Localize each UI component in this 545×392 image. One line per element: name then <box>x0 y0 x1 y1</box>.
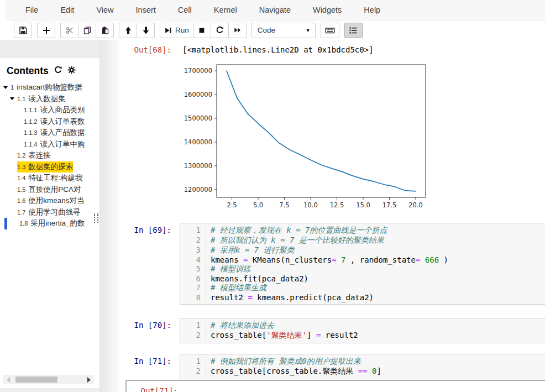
code-editor-69[interactable]: 1# 经过观察，发现在 k = 7的位置曲线是一个折点2# 所以我们认为 k =… <box>180 223 545 305</box>
menu-kernel[interactable]: Kernel <box>203 0 248 20</box>
toc-item-text: 1.2表连接 <box>17 150 51 161</box>
toc-item-number: 1.1.3 <box>24 129 37 136</box>
toc-item-1.7[interactable]: 1.7使用学习曲线寻 <box>0 207 99 218</box>
line-number: 5 <box>180 264 206 274</box>
selected-output-cell-71[interactable]: Out[71]: <box>125 380 545 392</box>
toc-item-number: 1.3 <box>17 164 25 170</box>
add-cell-button[interactable] <box>37 23 55 38</box>
code-line: 6kmeans.fit(pca_data2) <box>180 274 545 283</box>
toc-item-1.2[interactable]: 1.2表连接 <box>0 150 99 161</box>
scroll-left-arrow-icon[interactable] <box>7 377 10 383</box>
code-line: 1# 将结果添加进去 <box>180 321 545 331</box>
toc-horizontal-scrollbar[interactable] <box>3 375 94 384</box>
toc-item-label: 读入订单中购 <box>40 139 85 149</box>
toc-drag-handle[interactable] <box>94 213 98 223</box>
menu-edit[interactable]: Edit <box>49 0 85 20</box>
toc-item-1.5[interactable]: 1.5直接使用PCA对 <box>0 184 99 196</box>
toc-item-1.3[interactable]: 1.3数据集的探索 <box>0 161 99 173</box>
toc-item-text: 1.1.2读入订单表数 <box>24 116 85 128</box>
in-prompt-70: In [70]: <box>119 318 180 330</box>
svg-text:10.0: 10.0 <box>303 201 318 209</box>
toc-collapse-arrow-icon[interactable] <box>10 97 14 100</box>
code-text: # 将结果添加进去 <box>206 321 274 331</box>
notebook-area: Out[68]: [<matplotlib.lines.Line2D at 0x… <box>119 40 545 392</box>
in-prompt-71: In [71]: <box>119 354 180 365</box>
code-text: # 例如我们将所有 聚类成0的用户提取出来 <box>206 357 361 367</box>
stop-icon <box>198 27 206 34</box>
interrupt-kernel-button[interactable] <box>193 23 211 38</box>
toc-collapse-arrow-icon[interactable] <box>3 86 8 89</box>
move-cell-up-button[interactable] <box>119 23 137 38</box>
elbow-line-chart: 2.55.07.510.012.515.017.520.012000001300… <box>184 61 432 210</box>
toc-item-1.1[interactable]: 1.1读入数据集 <box>0 93 99 105</box>
run-button[interactable]: Run <box>160 23 193 38</box>
sidebar: Contents 1instacart购物篮数据1.1读入数据集1.1.1读入商… <box>0 40 119 392</box>
toc-item-1.8[interactable]: 1.8采用inertia_的数 <box>0 218 99 229</box>
svg-text:15.0: 15.0 <box>356 201 370 209</box>
svg-text:1300000: 1300000 <box>184 162 212 170</box>
copy-cell-button[interactable] <box>78 23 96 38</box>
toc-item-text: 1.5直接使用PCA对 <box>17 184 81 196</box>
toc-item-number: 1 <box>11 84 14 91</box>
toc-item-1[interactable]: 1instacart购物篮数据 <box>0 82 99 93</box>
code-line: 8result2 = kmeans.predict(pca_data2) <box>180 293 545 302</box>
scroll-right-arrow-icon[interactable] <box>87 377 91 383</box>
menu-help[interactable]: Help <box>353 0 391 20</box>
scrollbar-thumb[interactable] <box>15 377 57 383</box>
code-line: 5# 模型训练 <box>180 264 545 274</box>
cut-cell-button[interactable] <box>60 23 78 38</box>
toc-item-1.4[interactable]: 1.4特征工程:构建我 <box>0 173 99 184</box>
move-up-icon <box>124 26 133 35</box>
run-icon <box>164 27 172 34</box>
svg-text:2.5: 2.5 <box>227 201 237 209</box>
line-number: 1 <box>180 321 206 331</box>
code-line: 4kmeans = KMeans(n_clusters= 7 , random_… <box>180 255 545 264</box>
code-editor-70[interactable]: 1# 将结果添加进去2cross_table['聚类结果'] = result2 <box>180 318 545 343</box>
code-line: 1# 例如我们将所有 聚类成0的用户提取出来 <box>180 357 545 367</box>
toc-item-text: 1.3数据集的探索 <box>17 161 73 173</box>
cell-type-select[interactable]: Code ▼ <box>251 23 316 38</box>
code-cell-71: In [71]: 1# 例如我们将所有 聚类成0的用户提取出来2cross_ta… <box>119 354 545 379</box>
svg-text:12.5: 12.5 <box>330 201 344 209</box>
menu-insert[interactable]: Insert <box>125 0 167 20</box>
menu-navigate[interactable]: Navigate <box>248 0 302 20</box>
toc-item-text: 1.8采用inertia_的数 <box>19 218 85 229</box>
menu-cell[interactable]: Cell <box>167 0 203 20</box>
toc-settings-gear-icon[interactable] <box>67 65 76 77</box>
toc-toggle-button[interactable] <box>344 23 363 38</box>
menu-file[interactable]: File <box>14 0 49 20</box>
toc-item-text: 1.6使用kmeans对当 <box>17 195 85 207</box>
toc-item-1.1.4[interactable]: 1.1.4读入订单中购 <box>0 139 99 150</box>
restart-kernel-button[interactable] <box>211 23 229 38</box>
move-cell-down-button[interactable] <box>137 23 155 38</box>
code-text: # 所以我们认为 k = 7 是一个比较好的聚类结果 <box>206 236 384 245</box>
keyboard-icon <box>325 26 335 35</box>
code-text: cross_table[cross_table.聚类结果 == 0] <box>206 367 381 377</box>
toc-item-label: 采用inertia_的数 <box>30 218 85 228</box>
code-editor-71[interactable]: 1# 例如我们将所有 聚类成0的用户提取出来2cross_table[cross… <box>180 354 545 379</box>
toc-item-text: 1.1.1读入商品类别 <box>24 104 85 116</box>
save-button[interactable] <box>14 23 32 38</box>
code-cell-70: In [70]: 1# 将结果添加进去2cross_table['聚类结果'] … <box>119 318 545 343</box>
toc-item-number: 1.4 <box>17 175 25 181</box>
toc-item-1.1.1[interactable]: 1.1.1读入商品类别 <box>0 104 99 116</box>
toc-item-1.6[interactable]: 1.6使用kmeans对当 <box>0 195 99 207</box>
svg-text:1600000: 1600000 <box>184 91 212 98</box>
toc-item-text: 1instacart购物篮数据 <box>11 82 82 93</box>
toc-item-1.1.3[interactable]: 1.1.3读入产品数据 <box>0 127 99 139</box>
command-palette-button[interactable] <box>321 23 339 38</box>
toc-refresh-icon[interactable] <box>54 65 62 77</box>
toc-item-number: 1.6 <box>17 197 25 204</box>
toc-item-1.1.2[interactable]: 1.1.2读入订单表数 <box>0 116 99 128</box>
sidebar-resize-gutter[interactable] <box>99 40 119 392</box>
menu-widgets[interactable]: Widgets <box>302 0 353 20</box>
code-text: # 模型训练 <box>206 264 251 274</box>
out-prompt-71: Out[71]: <box>127 381 186 392</box>
paste-cell-button[interactable] <box>96 23 114 38</box>
menu-view[interactable]: View <box>85 0 124 20</box>
menu-bar: FileEditViewInsertCellKernelNavigateWidg… <box>6 0 545 20</box>
toc-panel: Contents 1instacart购物篮数据1.1读入数据集1.1.1读入商… <box>0 58 99 388</box>
svg-text:17.5: 17.5 <box>382 201 397 209</box>
restart-run-all-button[interactable] <box>228 23 247 38</box>
toc-item-text: 1.1读入数据集 <box>17 93 66 105</box>
